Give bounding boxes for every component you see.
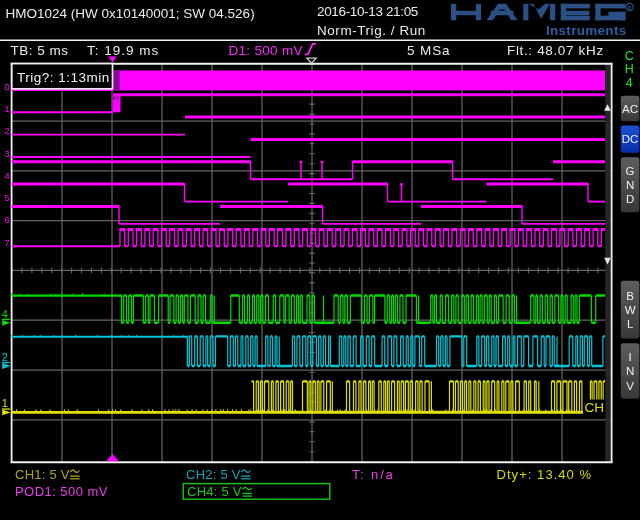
svg-text:0: 0 (4, 82, 9, 92)
svg-text:H: H (625, 62, 634, 76)
svg-text:D: D (626, 193, 634, 205)
svg-text:L: L (627, 318, 634, 330)
svg-text:TB: 5 ms: TB: 5 ms (11, 43, 69, 58)
svg-text:N: N (626, 365, 634, 377)
svg-text:1: 1 (4, 104, 9, 114)
svg-text:AC: AC (622, 103, 638, 115)
svg-text:C: C (625, 49, 634, 63)
svg-text:5: 5 (4, 193, 9, 203)
svg-text:T: n/a: T: n/a (352, 467, 395, 482)
svg-text:V: V (626, 380, 634, 392)
svg-text:R: R (627, 5, 632, 11)
svg-text:5 MSa: 5 MSa (407, 43, 451, 58)
svg-text:CH4: 5 V: CH4: 5 V (187, 484, 242, 499)
svg-text:3: 3 (4, 149, 9, 159)
svg-text:G: G (626, 165, 635, 177)
svg-text:POD1: 500 mV: POD1: 500 mV (15, 484, 108, 499)
svg-text:2016-10-13 21:05: 2016-10-13 21:05 (317, 4, 418, 19)
svg-text:2: 2 (2, 351, 8, 363)
svg-text:Flt.: 48.07 kHz: Flt.: 48.07 kHz (507, 43, 604, 58)
svg-text:DC: DC (622, 133, 639, 145)
svg-text:Trig?: 1:13min: Trig?: 1:13min (17, 70, 110, 85)
svg-text:T: 19.9 ms: T: 19.9 ms (87, 43, 159, 58)
svg-text:6: 6 (4, 215, 9, 225)
svg-text:W: W (625, 304, 636, 316)
svg-text:1: 1 (2, 397, 8, 409)
svg-text:7: 7 (4, 238, 9, 248)
svg-text:CH1: 5 V: CH1: 5 V (15, 467, 70, 482)
svg-text:B: B (626, 290, 634, 302)
svg-text:Instruments: Instruments (546, 23, 627, 38)
svg-text:CH2: 5 V: CH2: 5 V (186, 467, 241, 482)
svg-text:Norm-Trig. / Run: Norm-Trig. / Run (317, 23, 426, 38)
svg-text:4: 4 (4, 171, 9, 181)
svg-text:4: 4 (2, 308, 8, 320)
svg-text:HMO1024 (HW 0x10140001; SW 04.: HMO1024 (HW 0x10140001; SW 04.526) (6, 6, 255, 21)
svg-text:4: 4 (626, 76, 633, 90)
svg-text:D1: 500 mV: D1: 500 mV (229, 43, 303, 58)
svg-text:Dty+: 13.40 %: Dty+: 13.40 % (497, 467, 593, 482)
svg-text:N: N (626, 179, 634, 191)
svg-text:CH: CH (585, 400, 605, 415)
svg-text:I: I (628, 351, 631, 363)
svg-text:2: 2 (4, 126, 9, 136)
